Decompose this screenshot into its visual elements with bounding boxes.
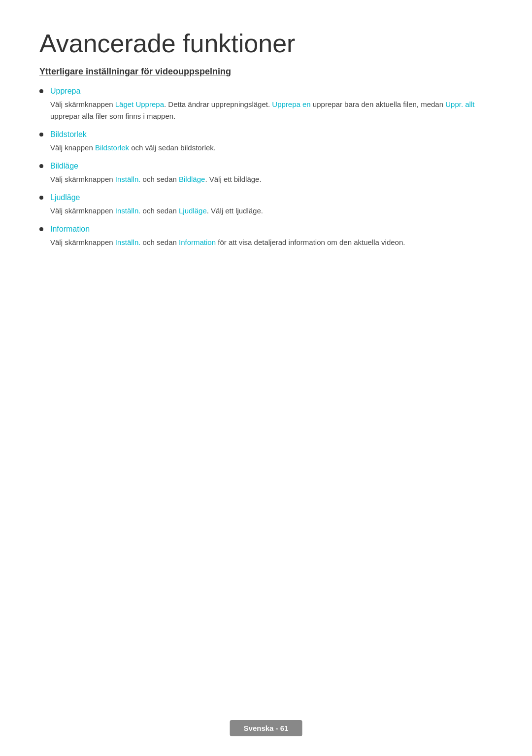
bullet-description-ljudlage: Välj skärmknappen Inställn. och sedan Lj… — [39, 205, 493, 217]
bullet-dot-icon — [39, 89, 43, 93]
inline-link: Ljudläge — [179, 206, 207, 215]
bullet-item-upprepa: UpprepaVälj skärmknappen Läget Upprepa. … — [39, 87, 493, 122]
bullet-dot-icon — [39, 196, 43, 200]
bullet-label-bildlage: Bildläge — [50, 162, 78, 171]
inline-link: Inställn. — [115, 175, 141, 183]
page-title: Avancerade funktioner — [39, 30, 493, 58]
bullet-description-upprepa: Välj skärmknappen Läget Upprepa. Detta ä… — [39, 99, 493, 122]
section-heading: Ytterligare inställningar för videouppsp… — [39, 67, 493, 77]
bullet-dot-icon — [39, 133, 43, 137]
bullet-item-ljudlage: LjudlägeVälj skärmknappen Inställn. och … — [39, 193, 493, 217]
bullet-header-upprepa: Upprepa — [39, 87, 493, 96]
bullet-item-information: InformationVälj skärmknappen Inställn. o… — [39, 225, 493, 248]
bullet-dot-icon — [39, 227, 43, 231]
bullet-list: UpprepaVälj skärmknappen Läget Upprepa. … — [39, 87, 493, 248]
bullet-label-bildstorlek: Bildstorlek — [50, 130, 87, 139]
inline-link: Bildstorlek — [95, 143, 129, 152]
bullet-label-ljudlage: Ljudläge — [50, 193, 80, 202]
page-footer: Svenska - 61 — [230, 720, 302, 736]
page-container: Avancerade funktioner Ytterligare instäl… — [0, 0, 532, 306]
inline-link: Information — [179, 238, 216, 246]
inline-link: Upprepa en — [272, 100, 310, 108]
bullet-label-information: Information — [50, 225, 90, 234]
bullet-description-information: Välj skärmknappen Inställn. och sedan In… — [39, 237, 493, 248]
bullet-item-bildlage: BildlägeVälj skärmknappen Inställn. och … — [39, 162, 493, 185]
inline-link: Inställn. — [115, 206, 141, 215]
bullet-description-bildstorlek: Välj knappen Bildstorlek och välj sedan … — [39, 142, 493, 154]
bullet-header-ljudlage: Ljudläge — [39, 193, 493, 202]
bullet-description-bildlage: Välj skärmknappen Inställn. och sedan Bi… — [39, 173, 493, 185]
inline-link: Läget Upprepa — [115, 100, 164, 108]
bullet-dot-icon — [39, 164, 43, 168]
bullet-header-information: Information — [39, 225, 493, 234]
bullet-header-bildlage: Bildläge — [39, 162, 493, 171]
bullet-label-upprepa: Upprepa — [50, 87, 80, 96]
inline-link: Uppr. allt — [445, 100, 474, 108]
inline-link: Inställn. — [115, 238, 141, 246]
bullet-item-bildstorlek: BildstorlekVälj knappen Bildstorlek och … — [39, 130, 493, 154]
inline-link: Bildläge — [179, 175, 205, 183]
bullet-header-bildstorlek: Bildstorlek — [39, 130, 493, 139]
